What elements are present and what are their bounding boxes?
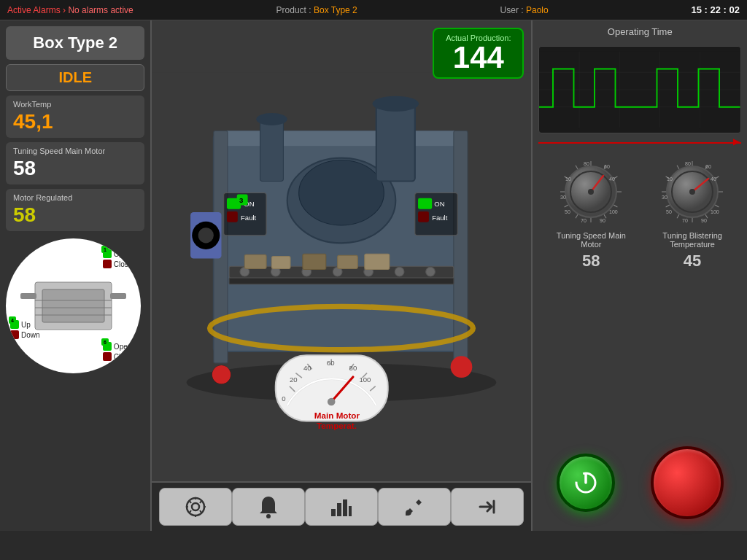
machine-area: ON Fault 3 ON Fault xyxy=(152,20,531,481)
work-temp-value: 45,1 xyxy=(13,110,137,133)
power-button[interactable] xyxy=(557,454,615,512)
tuning-blistering-knob-container: 10 30 50 70 90 100 40 60 80 Tuning Blist… xyxy=(656,155,729,271)
svg-point-21 xyxy=(426,267,436,276)
svg-point-33 xyxy=(212,365,231,384)
svg-text:80: 80 xyxy=(584,161,589,166)
svg-line-119 xyxy=(677,214,679,218)
svg-rect-49 xyxy=(303,254,326,269)
svg-point-23 xyxy=(299,160,384,225)
svg-rect-12 xyxy=(454,131,468,363)
svg-rect-51 xyxy=(365,254,390,269)
svg-point-71 xyxy=(187,498,204,516)
svg-rect-50 xyxy=(338,255,358,268)
svg-point-102 xyxy=(588,189,594,195)
machine-svg: ON Fault 3 ON Fault xyxy=(152,20,531,481)
svg-rect-14 xyxy=(230,278,454,284)
svg-rect-45 xyxy=(419,211,430,222)
svg-rect-74 xyxy=(337,503,341,516)
product-section: Product : Box Type 2 xyxy=(276,5,357,15)
time-display: 15 : 22 : 02 xyxy=(692,4,740,15)
svg-rect-5 xyxy=(20,293,36,299)
svg-text:60: 60 xyxy=(705,164,711,169)
svg-text:50: 50 xyxy=(666,209,672,214)
svg-text:40: 40 xyxy=(609,176,615,182)
svg-text:70: 70 xyxy=(581,218,587,223)
osc-chart xyxy=(538,46,741,133)
controls-area xyxy=(538,440,741,525)
operating-time-label: Operating Time xyxy=(538,26,741,37)
product-value: Box Type 2 xyxy=(314,5,357,15)
charts-button[interactable] xyxy=(305,488,378,526)
svg-text:40: 40 xyxy=(711,176,716,182)
work-temp-box: WorkTemp 45,1 xyxy=(6,96,144,138)
estop-button[interactable] xyxy=(651,446,724,519)
svg-rect-43 xyxy=(419,198,433,209)
tuning-speed-knob[interactable]: 10 30 50 70 90 100 40 60 80 xyxy=(554,155,627,228)
svg-text:Main Motor: Main Motor xyxy=(314,411,360,420)
alarms-button[interactable] xyxy=(232,488,305,526)
svg-text:30: 30 xyxy=(662,195,667,200)
svg-rect-76 xyxy=(349,506,352,516)
red-separator xyxy=(538,142,741,144)
diagram-legend-4: 4 Up Down xyxy=(10,320,40,341)
user-section: User : Paolo xyxy=(500,5,549,15)
svg-line-95 xyxy=(565,205,568,207)
right-panel: Operating Time xyxy=(531,20,747,531)
tools-button[interactable] xyxy=(378,488,451,526)
diagram-circle: 1 Open Closed 4 Up xyxy=(6,238,141,373)
work-temp-label: WorkTemp xyxy=(13,100,137,109)
left-panel: Box Type 2 IDLE WorkTemp 45,1 Tuning Spe… xyxy=(0,20,152,531)
svg-text:90: 90 xyxy=(701,218,707,223)
settings-button[interactable] xyxy=(159,488,232,526)
diagram-inner: 1 Open Closed 4 Up xyxy=(6,238,141,373)
bottom-toolbar xyxy=(152,481,531,531)
product-label: Product : xyxy=(276,5,311,15)
production-value: 144 xyxy=(446,42,511,73)
diagram-legend-6: 6 Open Closed xyxy=(103,342,136,362)
center-panel: Actual Production: 144 xyxy=(152,20,531,531)
svg-point-67 xyxy=(328,398,336,406)
svg-text:80: 80 xyxy=(349,364,357,372)
svg-text:10: 10 xyxy=(565,176,571,182)
next-button[interactable] xyxy=(451,488,524,526)
svg-rect-38 xyxy=(227,211,238,222)
tuning-speed-knob-value: 58 xyxy=(582,252,600,271)
svg-text:10: 10 xyxy=(667,176,673,182)
svg-text:40: 40 xyxy=(303,364,311,372)
top-bar: Active Alarms › No alarms active Product… xyxy=(0,0,747,20)
legend-down: Down xyxy=(21,331,40,339)
svg-text:20: 20 xyxy=(290,376,298,384)
svg-text:100: 100 xyxy=(360,376,371,384)
alarms-label: Active Alarms xyxy=(7,5,61,15)
svg-point-30 xyxy=(198,228,214,243)
alarms-section: Active Alarms › No alarms active xyxy=(7,5,133,15)
main-area: Box Type 2 IDLE WorkTemp 45,1 Tuning Spe… xyxy=(0,20,747,531)
svg-text:50: 50 xyxy=(565,209,570,214)
svg-rect-73 xyxy=(331,509,336,516)
legend-open-6: Open xyxy=(114,343,131,351)
svg-text:70: 70 xyxy=(682,218,688,223)
svg-line-123 xyxy=(677,166,679,169)
svg-line-91 xyxy=(614,205,618,207)
tuning-blistering-knob[interactable]: 10 30 50 70 90 100 40 60 80 xyxy=(656,155,729,228)
alarms-value: No alarms active xyxy=(68,5,133,15)
tuning-speed-value: 58 xyxy=(13,157,137,180)
tuning-speed-knob-container: 10 30 50 70 90 100 40 60 80 Tuning Speed… xyxy=(551,155,631,271)
svg-text:Temperat.: Temperat. xyxy=(317,421,357,430)
motor-regulated-value: 58 xyxy=(13,203,137,227)
svg-line-94 xyxy=(576,214,578,218)
svg-text:Fault: Fault xyxy=(433,214,449,222)
svg-text:3: 3 xyxy=(239,196,243,204)
svg-text:0: 0 xyxy=(282,394,286,402)
legend-open-1: Open xyxy=(114,250,131,258)
tuning-speed-label: Tuning Speed Main Motor xyxy=(13,147,137,155)
box-type-title: Box Type 2 xyxy=(6,26,144,60)
svg-rect-24 xyxy=(260,120,284,182)
svg-text:100: 100 xyxy=(609,209,618,214)
knobs-area: 10 30 50 70 90 100 40 60 80 Tuning Speed… xyxy=(538,152,741,273)
svg-text:100: 100 xyxy=(711,209,719,214)
svg-text:ON: ON xyxy=(435,201,445,209)
svg-point-127 xyxy=(689,189,695,195)
svg-text:30: 30 xyxy=(560,195,566,200)
tuning-blistering-knob-label: Tuning BlisteringTemperature xyxy=(662,231,722,249)
